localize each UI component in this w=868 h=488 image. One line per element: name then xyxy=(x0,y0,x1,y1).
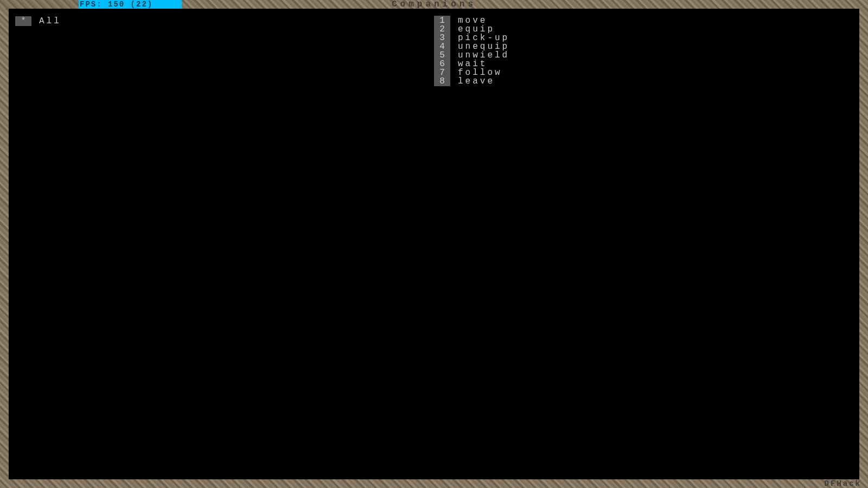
screen-title: Companions xyxy=(392,0,476,9)
select-all-row[interactable]: * All xyxy=(15,16,61,26)
action-list: 1 move 2 equip 3 pick-up 4 unequip 5 unw… xyxy=(434,16,509,86)
action-follow[interactable]: 7 follow xyxy=(434,68,509,77)
action-unwield[interactable]: 5 unwield xyxy=(434,51,509,60)
selection-column: * All xyxy=(15,16,61,26)
topbar-texture-left xyxy=(0,0,79,9)
action-unequip[interactable]: 4 unequip xyxy=(434,42,509,51)
action-move[interactable]: 1 move xyxy=(434,16,509,25)
action-equip[interactable]: 2 equip xyxy=(434,25,509,34)
main-stage: * All 1 move 2 equip 3 pick-up 4 unequip… xyxy=(9,9,859,479)
action-wait[interactable]: 6 wait xyxy=(434,60,509,68)
top-bar: FPS: 150 (22) Companions xyxy=(0,0,868,9)
select-all-label: All xyxy=(39,16,61,26)
action-leave[interactable]: 8 leave xyxy=(434,77,509,86)
dfhack-label: DFHack xyxy=(825,479,861,488)
action-label: leave xyxy=(458,76,495,86)
fps-counter: FPS: 150 (22) xyxy=(79,0,182,9)
select-all-key: * xyxy=(15,16,31,26)
action-key: 8 xyxy=(434,76,450,86)
action-pick-up[interactable]: 3 pick-up xyxy=(434,34,509,42)
